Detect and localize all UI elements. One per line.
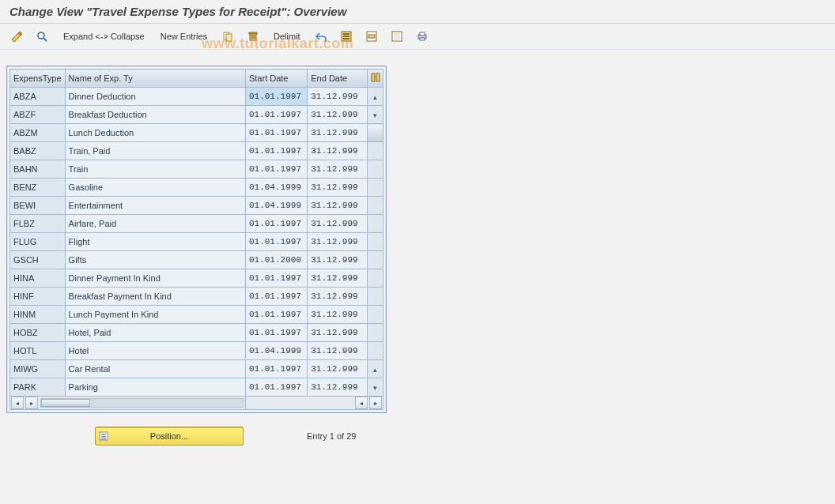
cell-start-date[interactable]: 01.01.1997: [245, 233, 307, 251]
cell-expense-type[interactable]: MIWG: [10, 360, 66, 378]
vscroll-track[interactable]: [368, 160, 383, 179]
table-row[interactable]: ABZADinner Deduction01.01.199731.12.999▴: [10, 88, 383, 106]
table-row[interactable]: ABZFBreakfast Deduction01.01.199731.12.9…: [10, 106, 383, 124]
cell-name[interactable]: Lunch Deduction: [65, 124, 245, 142]
table-row[interactable]: FLUGFlight01.01.199731.12.999: [10, 233, 383, 251]
cell-expense-type[interactable]: HOBZ: [10, 324, 66, 342]
cell-start-date[interactable]: 01.01.2000: [245, 251, 307, 269]
cell-expense-type[interactable]: BAHN: [10, 160, 66, 179]
cell-expense-type[interactable]: HINM: [10, 306, 66, 324]
cell-end-date[interactable]: 31.12.999: [308, 124, 368, 142]
cell-expense-type[interactable]: FLBZ: [10, 215, 66, 233]
vscroll-track[interactable]: [368, 251, 383, 269]
cell-end-date[interactable]: 31.12.999: [308, 288, 368, 306]
cell-end-date[interactable]: 31.12.999: [308, 378, 368, 397]
table-row[interactable]: BAHNTrain01.01.199731.12.999: [10, 160, 383, 179]
cell-name[interactable]: Train: [65, 160, 245, 179]
cell-name[interactable]: Dinner Deduction: [65, 88, 245, 106]
cell-start-date[interactable]: 01.01.1997: [245, 288, 307, 306]
cell-end-date[interactable]: 31.12.999: [308, 324, 368, 342]
table-row[interactable]: HOTLHotel01.04.199931.12.999: [10, 342, 383, 360]
table-row[interactable]: MIWGCar Rental01.01.199731.12.999▴: [10, 360, 383, 378]
table-row[interactable]: HINMLunch Payment In Kind01.01.199731.12…: [10, 306, 383, 324]
col-header-end-date[interactable]: End Date: [308, 70, 368, 88]
cell-expense-type[interactable]: BABZ: [10, 142, 66, 160]
table-row[interactable]: BEWIEntertainment01.04.199931.12.999: [10, 197, 383, 215]
vscroll-track[interactable]: [368, 142, 383, 160]
table-row[interactable]: BABZTrain, Paid01.01.199731.12.999: [10, 142, 383, 160]
cell-expense-type[interactable]: BENZ: [10, 179, 66, 197]
cell-expense-type[interactable]: HINA: [10, 269, 66, 288]
vscroll-thumb[interactable]: [368, 124, 383, 142]
vscroll-track[interactable]: [368, 306, 383, 324]
deselect-all-icon[interactable]: [386, 28, 408, 44]
cell-end-date[interactable]: 31.12.999: [308, 360, 368, 378]
cell-name[interactable]: Gifts: [65, 251, 245, 269]
cell-start-date[interactable]: 01.04.1999: [245, 197, 307, 215]
position-button[interactable]: Position...: [95, 427, 244, 446]
cell-start-date[interactable]: 01.01.1997: [245, 160, 307, 179]
cell-name[interactable]: Lunch Payment In Kind: [65, 306, 245, 324]
cell-start-date[interactable]: 01.01.1997: [245, 124, 307, 142]
cell-start-date[interactable]: 01.04.1999: [245, 342, 307, 360]
delete-icon[interactable]: [242, 28, 264, 44]
cell-name[interactable]: Entertainment: [65, 197, 245, 215]
hscroll-right-btn-2[interactable]: ▸: [369, 397, 382, 409]
hscroll-right-btn[interactable]: ▸: [25, 397, 38, 409]
hscroll-right-group[interactable]: ◂ ▸: [246, 397, 383, 409]
vscroll-track[interactable]: [368, 324, 383, 342]
cell-start-date[interactable]: 01.01.1997: [245, 306, 307, 324]
cell-start-date[interactable]: 01.01.1997: [245, 142, 307, 160]
vscroll-down-icon-bottom[interactable]: ▾: [368, 378, 383, 397]
cell-expense-type[interactable]: HOTL: [10, 342, 66, 360]
cell-name[interactable]: Dinner Payment In Kind: [65, 269, 245, 288]
hscroll-left-btn[interactable]: ◂: [11, 397, 24, 409]
cell-expense-type[interactable]: ABZA: [10, 88, 66, 106]
delimit-button[interactable]: Delimit: [267, 32, 307, 41]
new-entries-button[interactable]: New Entries: [154, 32, 213, 41]
cell-end-date[interactable]: 31.12.999: [308, 342, 368, 360]
cell-end-date[interactable]: 31.12.999: [308, 197, 368, 215]
cell-end-date[interactable]: 31.12.999: [308, 179, 368, 197]
cell-name[interactable]: Train, Paid: [65, 142, 245, 160]
cell-end-date[interactable]: 31.12.999: [308, 215, 368, 233]
cell-name[interactable]: Hotel, Paid: [65, 324, 245, 342]
cell-start-date[interactable]: 01.01.1997: [245, 88, 307, 106]
cell-expense-type[interactable]: HINF: [10, 288, 66, 306]
vscroll-track[interactable]: [368, 215, 383, 233]
table-row[interactable]: FLBZAirfare, Paid01.01.199731.12.999: [10, 215, 383, 233]
cell-end-date[interactable]: 31.12.999: [308, 306, 368, 324]
cell-end-date[interactable]: 31.12.999: [308, 269, 368, 288]
other-view-icon[interactable]: [32, 28, 54, 44]
table-row[interactable]: HINADinner Payment In Kind01.01.199731.1…: [10, 269, 383, 288]
cell-name[interactable]: Breakfast Deduction: [65, 106, 245, 124]
cell-start-date[interactable]: 01.01.1997: [245, 360, 307, 378]
cell-end-date[interactable]: 31.12.999: [308, 233, 368, 251]
cell-name[interactable]: Parking: [65, 378, 245, 397]
hscroll-thumb-left[interactable]: [41, 399, 90, 407]
select-block-icon[interactable]: [361, 28, 383, 44]
cell-name[interactable]: Flight: [65, 233, 245, 251]
vscroll-track[interactable]: [368, 342, 383, 360]
cell-expense-type[interactable]: ABZF: [10, 106, 66, 124]
vscroll-track[interactable]: [368, 197, 383, 215]
toggle-display-change-icon[interactable]: [6, 28, 28, 44]
cell-end-date[interactable]: 31.12.999: [308, 142, 368, 160]
vscroll-track[interactable]: [368, 269, 383, 288]
cell-end-date[interactable]: 31.12.999: [308, 251, 368, 269]
print-icon[interactable]: [411, 28, 433, 44]
cell-start-date[interactable]: 01.01.1997: [245, 324, 307, 342]
undo-change-icon[interactable]: [310, 28, 332, 44]
cell-expense-type[interactable]: GSCH: [10, 251, 66, 269]
cell-expense-type[interactable]: BEWI: [10, 197, 66, 215]
table-row[interactable]: ABZMLunch Deduction01.01.199731.12.999: [10, 124, 383, 142]
table-row[interactable]: GSCHGifts01.01.200031.12.999: [10, 251, 383, 269]
cell-expense-type[interactable]: ABZM: [10, 124, 66, 142]
col-header-name[interactable]: Name of Exp. Ty: [65, 70, 245, 88]
col-header-expense-type[interactable]: ExpensType: [10, 70, 66, 88]
cell-expense-type[interactable]: PARK: [10, 378, 66, 397]
cell-start-date[interactable]: 01.04.1999: [245, 179, 307, 197]
cell-start-date[interactable]: 01.01.1997: [245, 215, 307, 233]
vscroll-track[interactable]: [368, 179, 383, 197]
expand-collapse-button[interactable]: Expand <-> Collapse: [57, 32, 151, 41]
